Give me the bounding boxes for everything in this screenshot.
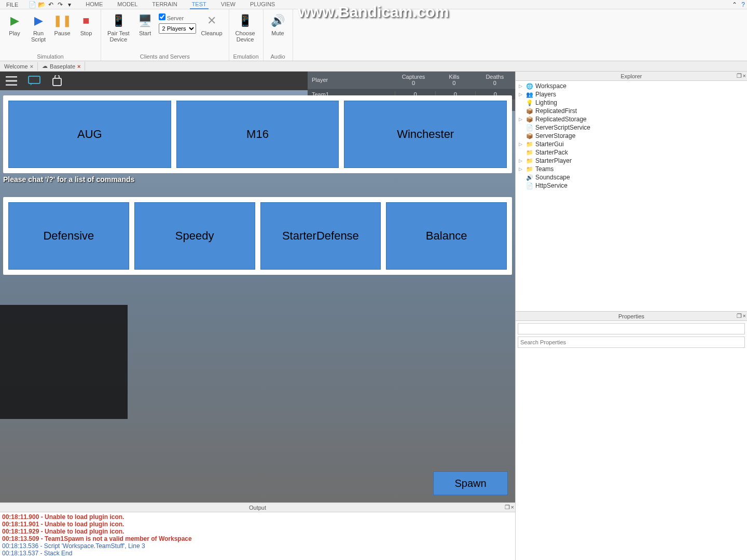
tree-item[interactable]: 📁StarterPack	[517, 148, 746, 157]
choose-device-button[interactable]: 📱 Choose Device	[233, 11, 257, 44]
cleanup-button[interactable]: ✕ Cleanup	[199, 11, 225, 37]
help-icon[interactable]: ?	[741, 1, 745, 8]
close-icon[interactable]: ×	[30, 63, 33, 69]
server-checkbox[interactable]: Server	[159, 13, 196, 21]
group-label-audio: Audio	[268, 52, 288, 60]
expand-icon[interactable]: ▷	[519, 117, 524, 122]
tab-model[interactable]: MODEL	[115, 0, 140, 9]
weapon-card-m16[interactable]: M16	[176, 101, 339, 168]
choose-device-icon: 📱	[237, 12, 254, 29]
pause-icon: ❚❚	[54, 12, 71, 29]
cleanup-icon: ✕	[203, 12, 220, 29]
expand-icon[interactable]: ▷	[519, 158, 524, 163]
item-label: StarterGui	[535, 141, 564, 148]
file-menu[interactable]: FILE	[2, 1, 22, 9]
pause-button[interactable]: ❚❚ Pause	[52, 11, 73, 37]
close-icon[interactable]: ×	[743, 313, 746, 319]
doctab-baseplate[interactable]: ☁ Baseplate ×	[38, 62, 85, 71]
expand-icon[interactable]: ▷	[519, 142, 524, 147]
expand-icon[interactable]: ▷	[519, 92, 524, 97]
run-script-button[interactable]: ▶ Run Script	[28, 11, 49, 44]
document-tabs: Welcome × ☁ Baseplate ×	[0, 61, 747, 72]
output-line: 00:18:13.537 - Stack End	[2, 550, 513, 557]
doctab-welcome[interactable]: Welcome ×	[0, 62, 38, 71]
game-viewport[interactable]: Player Captures0 Kills0 Deaths0 Team1 0 …	[0, 72, 515, 502]
class-card-starterdefense[interactable]: StarterDefense	[260, 202, 381, 270]
properties-filter-input[interactable]	[518, 323, 745, 334]
scoreboard-header-kills: Kills0	[434, 74, 474, 86]
output-body[interactable]: 00:18:11.900 - Unable to load plugin ico…	[0, 512, 515, 560]
output-line: 00:18:11.900 - Unable to load plugin ico…	[2, 513, 513, 521]
properties-search-input[interactable]	[518, 337, 745, 348]
play-button[interactable]: ▶ Play	[4, 11, 25, 37]
expand-icon[interactable]: ▷	[519, 83, 524, 89]
class-card-balance[interactable]: Balance	[386, 202, 507, 270]
hamburger-icon[interactable]	[4, 74, 19, 88]
collapse-ribbon-icon[interactable]: ⌃	[732, 1, 737, 8]
weapon-card-aug[interactable]: AUG	[8, 101, 171, 168]
scoreboard-header-deaths: Deaths0	[475, 74, 515, 86]
item-label: Teams	[535, 165, 554, 173]
stop-button[interactable]: ■ Stop	[76, 11, 96, 37]
close-icon[interactable]: ×	[77, 63, 80, 69]
tab-test[interactable]: TEST	[190, 0, 209, 9]
tree-item[interactable]: 📄ServerScriptService	[517, 123, 746, 132]
group-label-simulation: Simulation	[4, 52, 96, 60]
ribbon-group-simulation: ▶ Play ▶ Run Script ❚❚ Pause ■ Stop Simu…	[0, 9, 101, 61]
mute-button[interactable]: 🔊 Mute	[268, 11, 288, 37]
new-icon[interactable]: 📄	[29, 1, 36, 8]
item-icon: 📄	[526, 182, 533, 189]
tree-item[interactable]: 📄HttpService	[517, 181, 746, 190]
players-select[interactable]: 2 Players	[159, 23, 196, 34]
tree-item[interactable]: 📦ServerStorage	[517, 132, 746, 140]
expand-icon[interactable]: ▷	[519, 166, 524, 172]
weapon-panel: AUG M16 Winchester	[3, 95, 512, 173]
tree-item[interactable]: ▷📁StarterGui	[517, 140, 746, 148]
tree-item[interactable]: ▷📁Teams	[517, 165, 746, 173]
class-card-defensive[interactable]: Defensive	[8, 202, 129, 270]
group-label-emulation: Emulation	[233, 52, 259, 60]
undock-icon[interactable]: ❐	[737, 73, 742, 79]
undock-icon[interactable]: ❐	[737, 313, 742, 319]
redo-icon[interactable]: ↷	[57, 1, 64, 8]
tree-item[interactable]: ▷📁StarterPlayer	[517, 157, 746, 165]
start-button[interactable]: 🖥️ Start	[135, 11, 156, 37]
output-header: Output ❐ ×	[0, 503, 515, 512]
tree-item[interactable]: 💡Lighting	[517, 99, 746, 107]
output-panel: Output ❐ × 00:18:11.900 - Unable to load…	[0, 502, 515, 560]
open-icon[interactable]: 📂	[38, 1, 45, 8]
backpack-icon[interactable]	[50, 74, 64, 88]
tab-view[interactable]: VIEW	[219, 0, 238, 9]
close-icon[interactable]: ×	[743, 73, 746, 79]
tree-item[interactable]: 🔊Soundscape	[517, 173, 746, 181]
explorer-header: Explorer ❐ ×	[516, 72, 747, 81]
undo-icon[interactable]: ↶	[47, 1, 54, 8]
tree-item[interactable]: ▷🌐Workspace	[517, 82, 746, 90]
class-card-speedy[interactable]: Speedy	[134, 202, 255, 270]
chat-overlay[interactable]	[0, 305, 128, 419]
group-label-clients: Clients and Servers	[105, 52, 225, 60]
side-column: Explorer ❐ × ▷🌐Workspace▷👥Players💡Lighti…	[515, 72, 747, 560]
weapon-card-winchester[interactable]: Winchester	[344, 101, 507, 168]
tab-terrain[interactable]: TERRAIN	[150, 0, 179, 9]
main-area: Player Captures0 Kills0 Deaths0 Team1 0 …	[0, 72, 747, 560]
stop-icon: ■	[78, 12, 94, 29]
tab-home[interactable]: HOME	[84, 0, 105, 9]
undock-icon[interactable]: ❐	[505, 504, 510, 511]
menu-bar: FILE 📄 📂 ↶ ↷ ▾ HOME MODEL TERRAIN TEST V…	[0, 0, 747, 9]
tree-item[interactable]: ▷📦ReplicatedStorage	[517, 115, 746, 123]
close-icon[interactable]: ×	[511, 504, 514, 511]
pair-test-button[interactable]: 📱 Pair Test Device	[105, 11, 132, 44]
tree-item[interactable]: ▷👥Players	[517, 90, 746, 99]
output-line: 00:18:13.509 - Team1Spawn is not a valid…	[2, 535, 513, 542]
item-icon: 🌐	[526, 82, 533, 90]
spawn-button[interactable]: Spawn	[433, 471, 508, 495]
explorer-tree[interactable]: ▷🌐Workspace▷👥Players💡Lighting📦Replicated…	[516, 81, 747, 311]
dropdown-icon[interactable]: ▾	[66, 1, 73, 8]
tab-plugins[interactable]: PLUGINS	[248, 0, 277, 9]
item-label: StarterPack	[535, 149, 568, 156]
item-label: ServerScriptService	[535, 124, 590, 131]
start-icon: 🖥️	[137, 12, 154, 29]
chat-icon[interactable]	[27, 74, 42, 88]
tree-item[interactable]: 📦ReplicatedFirst	[517, 107, 746, 115]
